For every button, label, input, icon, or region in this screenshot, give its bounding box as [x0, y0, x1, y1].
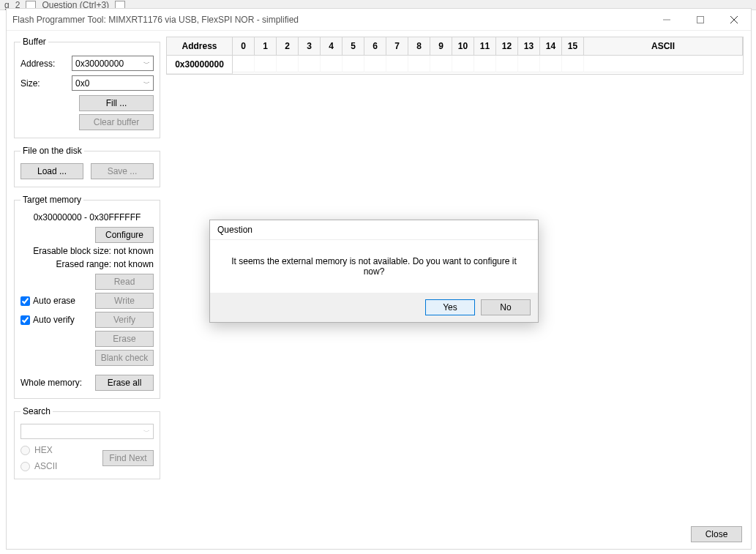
save-button[interactable]: Save ...: [91, 163, 154, 179]
yes-button[interactable]: Yes: [425, 299, 475, 315]
chevron-down-icon: ﹀: [143, 78, 150, 88]
dialog-footer: Yes No: [210, 293, 538, 322]
byte-cell[interactable]: [343, 56, 364, 72]
ascii-radio[interactable]: ASCII: [20, 461, 57, 471]
row-address: 0x30000000: [167, 56, 233, 74]
header-col-12: 12: [496, 37, 518, 56]
dialog-title: Question: [210, 220, 538, 240]
erased-info: Erased range: not known: [20, 259, 154, 269]
header-col-2: 2: [277, 37, 299, 56]
buffer-legend: Buffer: [20, 37, 48, 47]
maximize-button[interactable]: [684, 9, 717, 31]
erasable-info: Erasable block size: not known: [20, 246, 154, 256]
header-col-11: 11: [474, 37, 496, 56]
hex-table: Address 0 1 2 3 4 5 6 7 8 9 10 11 12 13 …: [166, 37, 744, 75]
auto-verify-checkbox[interactable]: Auto verify: [20, 315, 75, 325]
write-button[interactable]: Write: [95, 293, 154, 309]
size-value: 0x0: [75, 78, 89, 89]
hex-radio[interactable]: HEX: [20, 445, 57, 455]
target-legend: Target memory: [20, 195, 83, 205]
byte-cell[interactable]: [562, 56, 584, 72]
header-col-5: 5: [343, 37, 364, 56]
byte-cell[interactable]: [299, 56, 321, 72]
buffer-group: Buffer Address: 0x30000000 ﹀ Size: 0x0 ﹀: [14, 37, 160, 138]
verify-button[interactable]: Verify: [95, 312, 154, 328]
address-row: Address: 0x30000000 ﹀: [20, 56, 154, 71]
search-group: Search ﹀ HEX ASCII Find Next: [14, 406, 160, 479]
close-window-button[interactable]: Close: [691, 526, 742, 542]
find-next-button[interactable]: Find Next: [102, 450, 154, 466]
ascii-cell[interactable]: [584, 56, 743, 72]
byte-cell[interactable]: [408, 56, 430, 72]
header-col-13: 13: [518, 37, 540, 56]
file-group: File on the disk Load ... Save ...: [14, 146, 160, 187]
search-input[interactable]: ﹀: [20, 424, 154, 439]
dialog-message: It seems the external memory is not avai…: [210, 240, 538, 293]
fill-button[interactable]: Fill ...: [79, 95, 154, 111]
header-col-15: 15: [562, 37, 584, 56]
search-legend: Search: [20, 406, 53, 416]
address-combo[interactable]: 0x30000000 ﹀: [72, 56, 154, 71]
chevron-down-icon: ﹀: [143, 427, 150, 436]
footer: Close: [7, 518, 751, 549]
byte-cell[interactable]: [386, 56, 408, 72]
header-col-9: 9: [430, 37, 452, 56]
header-address: Address: [167, 37, 233, 56]
byte-cell[interactable]: [430, 56, 452, 72]
read-button[interactable]: Read: [95, 274, 154, 290]
byte-cell[interactable]: [540, 56, 562, 72]
byte-cell[interactable]: [496, 56, 518, 72]
address-label: Address:: [20, 59, 72, 69]
header-col-8: 8: [408, 37, 430, 56]
minimize-button[interactable]: [650, 9, 684, 31]
byte-cell[interactable]: [233, 56, 255, 72]
header-col-3: 3: [299, 37, 321, 56]
size-row: Size: 0x0 ﹀: [20, 75, 154, 91]
header-col-1: 1: [255, 37, 277, 56]
size-combo[interactable]: 0x0 ﹀: [72, 75, 154, 91]
byte-cell[interactable]: [255, 56, 277, 72]
size-label: Size:: [20, 78, 72, 89]
erase-button[interactable]: Erase: [95, 331, 154, 347]
target-memory-group: Target memory 0x30000000 - 0x30FFFFFF Co…: [14, 195, 160, 399]
window-controls: [650, 9, 751, 31]
load-button[interactable]: Load ...: [20, 163, 83, 179]
titlebar: Flash Programmer Tool: MIMXRT1176 via US…: [7, 9, 751, 31]
hex-header-row: Address 0 1 2 3 4 5 6 7 8 9 10 11 12 13 …: [167, 37, 743, 56]
byte-cell[interactable]: [518, 56, 540, 72]
svg-rect-1: [697, 16, 704, 23]
byte-cell[interactable]: [452, 56, 474, 72]
whole-memory-label: Whole memory:: [20, 378, 82, 388]
close-button[interactable]: [717, 9, 751, 31]
header-col-0: 0: [233, 37, 255, 56]
byte-cell[interactable]: [364, 56, 386, 72]
question-dialog: Question It seems the external memory is…: [209, 220, 539, 323]
memory-range: 0x30000000 - 0x30FFFFFF: [20, 212, 154, 222]
clear-buffer-button[interactable]: Clear buffer: [79, 114, 154, 130]
header-ascii: ASCII: [584, 37, 743, 56]
header-col-14: 14: [540, 37, 562, 56]
header-col-7: 7: [386, 37, 408, 56]
header-col-4: 4: [321, 37, 343, 56]
byte-cell[interactable]: [321, 56, 343, 72]
configure-button[interactable]: Configure: [95, 227, 154, 243]
hex-row-0[interactable]: 0x30000000: [167, 56, 743, 74]
auto-erase-checkbox[interactable]: Auto erase: [20, 296, 75, 306]
header-col-6: 6: [364, 37, 386, 56]
blank-check-button[interactable]: Blank check: [95, 350, 154, 366]
header-col-10: 10: [452, 37, 474, 56]
byte-cell[interactable]: [277, 56, 299, 72]
left-column: Buffer Address: 0x30000000 ﹀ Size: 0x0 ﹀: [14, 37, 160, 517]
file-legend: File on the disk: [20, 146, 84, 156]
address-value: 0x30000000: [75, 59, 124, 69]
window-title: Flash Programmer Tool: MIMXRT1176 via US…: [12, 15, 650, 25]
erase-all-button[interactable]: Erase all: [95, 375, 154, 391]
no-button[interactable]: No: [481, 299, 531, 315]
chevron-down-icon: ﹀: [143, 59, 150, 68]
byte-cell[interactable]: [474, 56, 496, 72]
